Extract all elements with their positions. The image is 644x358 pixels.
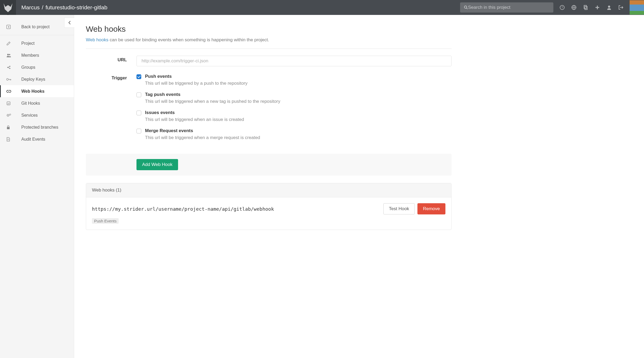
sidebar-item-label: Back to project [21,25,50,29]
svg-text:?: ? [561,6,563,9]
svg-point-18 [7,67,8,68]
sidebar-item-deploy-keys[interactable]: Deploy Keys [0,73,74,85]
sidebar-item-label: Services [21,113,38,118]
trigger-checkbox[interactable] [136,92,141,97]
sidebar-item-label: Deploy Keys [21,77,45,82]
form-row-trigger: Trigger Push eventsThis url will be trig… [86,74,452,146]
url-label: URL [86,56,127,66]
trigger-item: Push eventsThis url will be triggered by… [136,74,452,86]
sidebar-item-label: Groups [21,65,35,70]
plus-icon[interactable] [595,5,600,10]
submit-bar: Add Web Hook [86,154,452,176]
signout-icon[interactable] [618,5,623,10]
trigger-desc: This url will be triggered when a new ta… [145,99,280,104]
avatar[interactable] [630,0,644,15]
sidebar-item-services[interactable]: Services [0,109,74,121]
svg-point-17 [9,54,10,55]
breadcrumb-user[interactable]: Marcus [21,4,40,11]
sidebar-item-label: Web Hooks [21,89,45,94]
project-search[interactable] [460,2,553,13]
header-actions: ? [553,5,630,10]
cogs-icon [6,113,15,117]
sidebar-collapse-button[interactable] [64,18,74,28]
share-icon [6,65,15,70]
settings-sidebar: Back to project Project Members Groups D… [0,15,74,358]
divider [86,48,452,49]
webhook-row: https://my.strider.url/username/project-… [86,197,451,230]
page-subtitle-link[interactable]: Web hooks [86,37,108,42]
trigger-item: Tag push eventsThis url will be triggere… [136,92,452,104]
svg-rect-10 [585,6,587,10]
svg-line-3 [466,8,468,9]
trigger-name: Tag push events [145,92,280,97]
sidebar-item-audit-events[interactable]: Audit Events [0,133,74,145]
logo[interactable]: Dashboard [0,0,16,15]
breadcrumb-separator: / [42,4,43,11]
help-icon[interactable]: ? [560,5,565,10]
breadcrumb: Marcus / futurestudio-strider-gitlab [21,4,107,11]
sidebar-item-label: Git Hooks [21,101,40,106]
files-icon[interactable] [583,5,588,10]
page-subtitle-text: can be used for binding events when some… [108,37,269,42]
form-row-url: URL [86,56,452,66]
trigger-name: Merge Request events [145,128,260,133]
pencil-icon [6,41,15,46]
svg-point-21 [7,78,9,80]
sidebar-item-git-hooks[interactable]: git Git Hooks [0,97,74,109]
trigger-checkbox[interactable] [136,111,141,115]
sidebar-item-label: Members [21,53,39,58]
user-icon[interactable] [607,5,611,10]
caret-left-icon [6,25,15,29]
trigger-checkbox[interactable] [136,74,141,79]
svg-point-19 [9,66,10,67]
sidebar-item-label: Audit Events [21,137,45,142]
svg-point-20 [9,68,10,69]
webhook-url-input[interactable] [136,56,452,66]
trigger-desc: This url will be triggered when an issue… [145,117,244,122]
svg-text:git: git [7,103,9,105]
webhooks-list: Web hooks (1) https://my.strider.url/use… [86,183,452,230]
app-header: Dashboard Marcus / futurestudio-strider-… [0,0,644,15]
sidebar-item-protected-branches[interactable]: Protected branches [0,121,74,133]
members-icon [6,54,15,57]
sidebar-item-project[interactable]: Project [0,37,74,49]
svg-point-13 [608,6,610,8]
chevron-left-icon [68,21,71,25]
page-subtitle: Web hooks can be used for binding events… [86,37,452,43]
key-icon [6,78,15,81]
sidebar-item-web-hooks[interactable]: Web Hooks [0,85,74,97]
sidebar-item-back[interactable]: Back to project [0,21,74,33]
svg-point-2 [464,6,467,8]
add-webhook-button[interactable]: Add Web Hook [136,159,178,170]
sidebar-item-label: Project [21,41,35,46]
trigger-item: Issues eventsThis url will be triggered … [136,110,452,122]
svg-point-29 [10,114,11,115]
svg-rect-30 [7,127,10,129]
link-icon [6,90,15,93]
trigger-checkbox[interactable] [136,129,141,133]
webhook-badge: Push Events [92,218,119,224]
file-icon [6,137,15,141]
trigger-label: Trigger [86,74,127,146]
remove-hook-button[interactable]: Remove [417,203,445,214]
svg-point-16 [7,54,9,55]
breadcrumb-project[interactable]: futurestudio-strider-gitlab [46,4,107,11]
svg-point-0 [5,5,7,6]
gitlab-fox-icon [3,2,13,13]
webhooks-list-heading: Web hooks (1) [86,183,451,197]
svg-point-1 [9,5,11,6]
sidebar-item-label: Protected branches [21,125,58,130]
search-icon [464,5,468,10]
search-input[interactable] [468,5,550,10]
sidebar-item-members[interactable]: Members [0,49,74,61]
globe-icon[interactable] [571,5,576,10]
sidebar-item-groups[interactable]: Groups [0,61,74,73]
svg-rect-9 [584,5,586,9]
test-hook-button[interactable]: Test Hook [383,203,415,214]
lock-icon [6,125,15,129]
git-icon: git [6,101,15,105]
main-content: Web hooks Web hooks can be used for bind… [74,15,463,358]
svg-point-28 [8,115,9,116]
trigger-desc: This url will be triggered by a push to … [145,81,248,86]
trigger-desc: This url will be triggered when a merge … [145,135,260,140]
